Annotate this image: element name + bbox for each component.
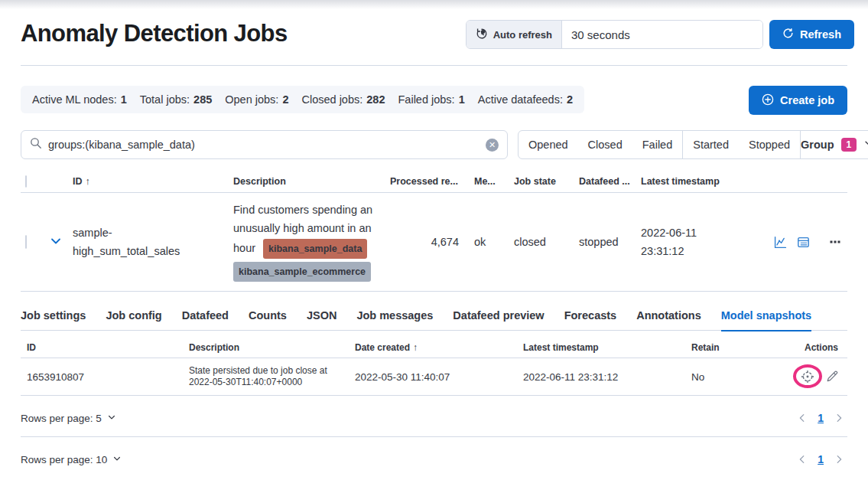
- column-header-datafeed-state[interactable]: Datafeed ...: [567, 176, 629, 187]
- job-detail-tabs: Job settings Job config Datafeed Counts …: [21, 303, 847, 331]
- snapshot-column-date-created[interactable]: Date created↑: [355, 342, 523, 353]
- group-filter-label: Group: [801, 139, 834, 151]
- filter-failed[interactable]: Failed: [632, 139, 683, 151]
- create-job-label: Create job: [780, 94, 834, 106]
- filter-group: Opened Closed Failed Started Stopped Gro…: [518, 130, 868, 159]
- snapshot-retain: No: [691, 371, 779, 383]
- refresh-interval-input[interactable]: [562, 21, 762, 48]
- snapshot-column-id[interactable]: ID: [21, 342, 189, 353]
- job-id-text: sample-high_sum_total_sales: [73, 224, 197, 260]
- page-number[interactable]: 1: [818, 453, 824, 465]
- job-datafeed-state: stopped: [567, 236, 629, 248]
- column-header-processed-records[interactable]: Processed re...: [385, 176, 462, 187]
- tab-job-messages[interactable]: Job messages: [356, 303, 433, 331]
- select-all-checkbox[interactable]: [25, 175, 27, 188]
- snapshot-latest-timestamp: 2022-06-11 23:31:12: [523, 371, 691, 383]
- column-header-label: Date created: [355, 342, 410, 353]
- refresh-icon: [782, 28, 794, 41]
- job-stats-panel: Active ML nodes: 1 Total jobs: 285 Open …: [21, 86, 584, 113]
- group-badge-kibana-sample-ecommerce[interactable]: kibana_sample_ecommerce: [233, 262, 371, 282]
- prev-page-icon[interactable]: [797, 454, 808, 465]
- model-snapshots-table: ID Description Date created↑ Latest time…: [21, 338, 847, 424]
- page-header: Anomaly Detection Jobs Auto refresh Refr…: [0, 9, 868, 58]
- next-page-icon[interactable]: [834, 413, 844, 423]
- jobs-rows-per-page[interactable]: Rows per page: 10: [21, 454, 122, 465]
- row-checkbox[interactable]: [25, 235, 27, 249]
- stat-open-jobs: Open jobs: 2: [225, 93, 288, 106]
- sort-ascending-icon: ↑: [413, 342, 418, 353]
- tab-forecasts[interactable]: Forecasts: [564, 303, 617, 331]
- line-chart-icon[interactable]: [774, 236, 787, 249]
- snapshot-column-description[interactable]: Description: [189, 342, 355, 354]
- search-icon: [30, 137, 42, 152]
- tab-counts[interactable]: Counts: [249, 303, 287, 331]
- clear-search-icon[interactable]: ✕: [486, 139, 499, 152]
- expanded-row-bottom-border: [21, 436, 847, 437]
- stat-label: Closed jobs:: [301, 93, 362, 106]
- snapshot-row: 1653910807 State persisted due to job cl…: [21, 358, 847, 396]
- snapshots-pager: 1: [797, 412, 847, 424]
- filter-started[interactable]: Started: [683, 139, 739, 151]
- filter-stopped[interactable]: Stopped: [739, 139, 800, 151]
- group-filter-button[interactable]: Group 1: [801, 138, 868, 152]
- timestamp-date: 2022-06-11: [641, 224, 714, 242]
- anomalies-table-icon[interactable]: [797, 236, 810, 249]
- snapshot-column-latest-timestamp[interactable]: Latest timestamp: [523, 342, 691, 353]
- tab-job-config[interactable]: Job config: [106, 303, 161, 331]
- snapshot-description: State persisted due to job close at 2022…: [189, 365, 355, 388]
- snapshots-rows-per-page[interactable]: Rows per page: 5: [21, 413, 116, 424]
- stat-label: Active ML nodes:: [32, 93, 117, 106]
- crosshair-icon[interactable]: [801, 370, 814, 384]
- header-divider: [21, 65, 847, 66]
- snapshot-column-actions: Actions: [779, 342, 847, 353]
- column-header-latest-timestamp[interactable]: Latest timestamp: [629, 172, 714, 191]
- top-shadow-strip: [0, 0, 868, 9]
- tab-datafeed[interactable]: Datafeed: [182, 303, 229, 331]
- header-controls: Auto refresh Refresh: [466, 20, 854, 49]
- snapshot-date-created: 2022-05-30 11:40:07: [355, 371, 523, 383]
- tab-datafeed-preview[interactable]: Datafeed preview: [453, 303, 544, 331]
- edit-pencil-icon[interactable]: [826, 371, 838, 383]
- group-filter-count-badge: 1: [841, 138, 857, 152]
- plus-circle-icon: [762, 93, 774, 108]
- column-header-description[interactable]: Description: [227, 172, 385, 191]
- jobs-table-pagination: Rows per page: 10 1: [21, 453, 847, 465]
- snapshots-pagination: Rows per page: 5 1: [21, 412, 847, 424]
- search-input[interactable]: [48, 139, 480, 151]
- filter-opened[interactable]: Opened: [519, 139, 578, 151]
- column-header-memory-status[interactable]: Me...: [462, 176, 502, 187]
- stat-failed-jobs: Failed jobs: 1: [398, 93, 464, 106]
- next-page-icon[interactable]: [834, 454, 844, 465]
- more-actions-icon[interactable]: [829, 236, 841, 248]
- filter-closed[interactable]: Closed: [578, 139, 632, 151]
- page-number[interactable]: 1: [818, 412, 824, 424]
- snapshot-id: 1653910807: [21, 371, 189, 383]
- auto-refresh-clock-icon: [476, 28, 488, 42]
- stat-value: 282: [366, 93, 385, 106]
- job-table-row: sample-high_sum_total_sales Find custome…: [21, 193, 847, 292]
- refresh-button[interactable]: Refresh: [769, 20, 854, 49]
- tab-model-snapshots[interactable]: Model snapshots: [721, 303, 811, 331]
- timestamp-time: 23:31:12: [641, 242, 714, 260]
- summary-row: Active ML nodes: 1 Total jobs: 285 Open …: [21, 86, 847, 115]
- job-description: Find customers spending an unusually hig…: [227, 201, 385, 283]
- tab-json[interactable]: JSON: [307, 303, 337, 331]
- column-header-job-state[interactable]: Job state: [502, 176, 567, 187]
- auto-refresh-label: Auto refresh: [493, 29, 552, 41]
- stat-value: 1: [121, 93, 127, 106]
- jobs-table: ID↑ Description Processed re... Me... Jo…: [21, 170, 847, 292]
- tab-job-settings[interactable]: Job settings: [21, 303, 86, 331]
- column-header-id[interactable]: ID↑: [68, 172, 227, 191]
- create-job-button[interactable]: Create job: [749, 86, 847, 115]
- job-id[interactable]: sample-high_sum_total_sales: [68, 224, 227, 260]
- stat-value: 285: [193, 93, 212, 106]
- rows-per-page-label: Rows per page: 10: [21, 454, 107, 465]
- group-badge-kibana-sample-data[interactable]: kibana_sample_data: [263, 239, 367, 259]
- auto-refresh-toggle[interactable]: Auto refresh: [467, 21, 562, 48]
- collapse-row-chevron-icon[interactable]: [50, 235, 62, 247]
- auto-refresh-control: Auto refresh: [466, 20, 763, 49]
- jobs-table-header: ID↑ Description Processed re... Me... Jo…: [21, 170, 847, 193]
- tab-annotations[interactable]: Annotations: [636, 303, 701, 331]
- prev-page-icon[interactable]: [797, 413, 808, 423]
- snapshot-column-retain[interactable]: Retain: [691, 342, 779, 353]
